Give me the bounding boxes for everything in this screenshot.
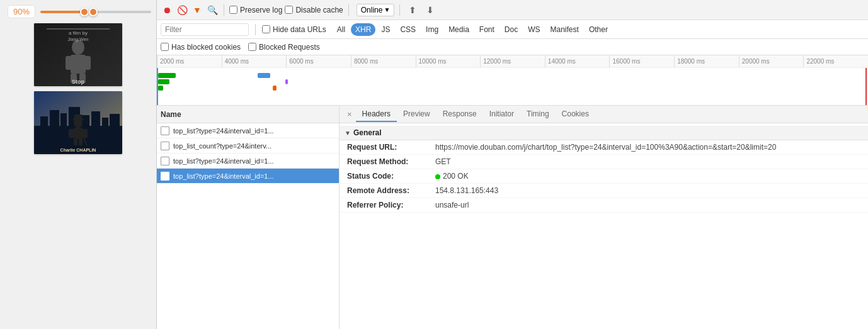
referrer-policy-label: Referrer Policy:	[347, 201, 435, 209]
record-icon[interactable]: ⏺	[161, 4, 173, 16]
detail-tab-preview[interactable]: Preview	[397, 107, 437, 122]
devtools-panel: ⏺ 🚫 ▼ 🔍 Preserve log Disable cache Onlin…	[156, 0, 868, 329]
request-icon-4	[161, 172, 169, 181]
svg-rect-5	[84, 56, 91, 70]
timeline-bar-2	[158, 79, 169, 84]
left-website-panel: 90%	[0, 0, 156, 329]
has-blocked-cookies-label[interactable]: Has blocked cookies	[161, 43, 241, 52]
filter-input[interactable]	[161, 23, 249, 36]
request-list: Name top_list?type=24&interval_id=1... t…	[157, 106, 340, 329]
toolbar-divider-1	[224, 4, 224, 16]
has-blocked-cookies-checkbox[interactable]	[161, 43, 169, 51]
tab-xhr[interactable]: XHR	[351, 23, 375, 36]
preserve-log-checkbox[interactable]	[229, 6, 237, 14]
request-name-2: top_list_count?type=24&interv...	[173, 142, 335, 150]
ruler-mark-1: 2000 ms	[157, 55, 222, 67]
import-har-button[interactable]: ⬆	[405, 3, 420, 18]
svg-rect-25	[69, 129, 74, 138]
poster-svg-2: Charlie CHAPLIN	[34, 91, 122, 154]
request-method-field: Request Method: GET	[340, 155, 868, 169]
slider-thumb-1[interactable]	[80, 8, 89, 16]
detail-tab-initiator[interactable]: Initiator	[483, 107, 520, 122]
preserve-log-label[interactable]: Preserve log	[229, 6, 282, 14]
ruler-mark-3: 6000 ms	[286, 55, 351, 67]
status-code-label: Status Code:	[347, 172, 435, 181]
timeline-red-marker	[865, 68, 867, 106]
svg-point-2	[72, 40, 84, 55]
toolbar-divider-3	[399, 4, 400, 16]
tab-other[interactable]: Other	[585, 23, 612, 36]
svg-rect-20	[91, 111, 100, 126]
svg-rect-21	[102, 118, 108, 126]
request-name-1: top_list?type=24&interval_id=1...	[173, 127, 335, 135]
remote-address-field: Remote Address: 154.8.131.165:443	[340, 184, 868, 198]
blocked-requests-label[interactable]: Blocked Requests	[248, 43, 320, 52]
ruler-mark-8: 16000 ms	[609, 55, 674, 67]
disable-cache-checkbox[interactable]	[285, 6, 293, 14]
ruler-mark-11: 22000 ms	[803, 55, 868, 67]
svg-rect-15	[40, 116, 48, 126]
filter-icon[interactable]: ▼	[191, 4, 203, 16]
status-dot-icon	[435, 174, 440, 179]
tab-manifest[interactable]: Manifest	[546, 23, 583, 36]
slider-thumb-2[interactable]	[89, 8, 98, 16]
tab-js[interactable]: JS	[377, 23, 394, 36]
hide-data-urls-label[interactable]: Hide data URLs	[262, 25, 326, 34]
svg-text:Stop: Stop	[72, 79, 84, 85]
tab-media[interactable]: Media	[444, 23, 474, 36]
poster-svg-1: a film by Jiang Wen Stop	[34, 23, 122, 86]
disable-cache-label[interactable]: Disable cache	[285, 6, 343, 14]
tab-all[interactable]: All	[333, 23, 350, 36]
detail-tab-timing[interactable]: Timing	[520, 107, 556, 122]
request-row-3[interactable]: top_list?type=24&interval_id=1...	[157, 153, 339, 169]
ruler-mark-9: 18000 ms	[674, 55, 739, 67]
detail-tab-cookies[interactable]: Cookies	[556, 107, 595, 122]
request-name-4: top_list?type=24&interval_id=1...	[173, 172, 335, 180]
movie-card-1: a film by Jiang Wen Stop	[34, 23, 122, 86]
request-url-label: Request URL:	[347, 143, 435, 152]
svg-rect-30	[74, 114, 82, 119]
tab-img[interactable]: Img	[421, 23, 443, 36]
tab-font[interactable]: Font	[475, 23, 499, 36]
throttle-select[interactable]: Online ▼	[357, 4, 395, 16]
svg-rect-19	[82, 115, 89, 126]
close-detail-button[interactable]: ×	[343, 107, 356, 121]
ruler-mark-10: 20000 ms	[739, 55, 804, 67]
toolbar: ⏺ 🚫 ▼ 🔍 Preserve log Disable cache Onlin…	[157, 0, 868, 20]
general-section-header[interactable]: ▼ General	[340, 126, 868, 140]
ruler-mark-6: 12000 ms	[480, 55, 545, 67]
tab-doc[interactable]: Doc	[500, 23, 522, 36]
ruler-mark-2: 4000 ms	[222, 55, 287, 67]
svg-rect-4	[66, 56, 72, 70]
request-url-field: Request URL: https://movie.douban.com/j/…	[340, 140, 868, 155]
request-row-1[interactable]: top_list?type=24&interval_id=1...	[157, 123, 339, 138]
hide-data-urls-checkbox[interactable]	[262, 25, 270, 33]
request-icon-3	[161, 157, 169, 165]
search-icon[interactable]: 🔍	[206, 4, 219, 16]
timeline-bar-1	[158, 73, 176, 78]
clear-icon[interactable]: 🚫	[176, 4, 188, 16]
detail-tab-headers[interactable]: Headers	[356, 107, 397, 122]
svg-rect-24	[74, 128, 83, 139]
svg-rect-22	[110, 114, 120, 126]
slider-control[interactable]	[40, 6, 151, 18]
detail-tab-response[interactable]: Response	[437, 107, 483, 122]
request-row-2[interactable]: top_list_count?type=24&interv...	[157, 138, 339, 153]
ruler-mark-7: 14000 ms	[545, 55, 610, 67]
export-har-button[interactable]: ⬇	[423, 3, 438, 18]
status-code-value: 200 OK	[435, 172, 469, 181]
blocked-requests-checkbox[interactable]	[248, 43, 256, 51]
timeline-area: 2000 ms 4000 ms 6000 ms 8000 ms 10000 ms…	[157, 55, 868, 106]
svg-rect-16	[50, 110, 59, 126]
request-row-4[interactable]: top_list?type=24&interval_id=1...	[157, 169, 339, 184]
ruler-mark-4: 8000 ms	[351, 55, 416, 67]
request-icon-1	[161, 126, 169, 135]
general-section: ▼ General Request URL: https://movie.dou…	[340, 123, 868, 215]
detail-pane: × Headers Preview Response Initiator Tim…	[340, 106, 868, 329]
tab-css[interactable]: CSS	[396, 23, 420, 36]
filter-bar2: Has blocked cookies Blocked Requests	[157, 39, 868, 55]
timeline-content	[157, 68, 868, 106]
timeline-bar-4	[258, 73, 270, 78]
tab-ws[interactable]: WS	[523, 23, 544, 36]
filter-divider	[255, 24, 256, 35]
